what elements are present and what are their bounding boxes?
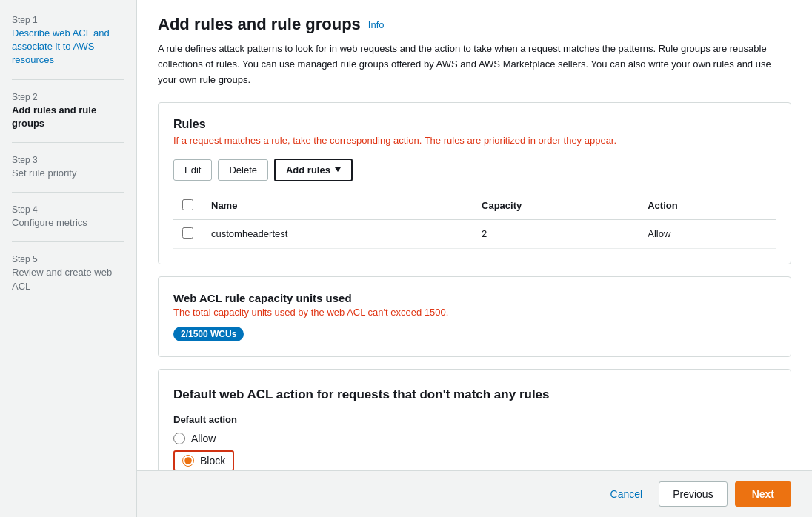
table-header-action: Action: [639, 193, 776, 219]
capacity-title: Web ACL rule capacity units used: [173, 292, 776, 304]
cancel-button[interactable]: Cancel: [602, 484, 652, 504]
capacity-badge: 2/1500 WCUs: [173, 327, 244, 341]
sidebar: Step 1 Describe web ACL and associate it…: [0, 0, 137, 517]
rules-card-subtitle: If a request matches a rule, take the co…: [173, 134, 776, 147]
table-row: customheadertest 2 Allow: [173, 219, 776, 249]
sidebar-step-2: Step 2 Add rules and rule groups: [12, 92, 124, 143]
sidebar-step-title-5: Review and create web ACL: [12, 266, 124, 293]
row-checkbox[interactable]: [182, 227, 193, 239]
sidebar-step-1: Step 1 Describe web ACL and associate it…: [12, 15, 124, 80]
sidebar-step-5: Step 5 Review and create web ACL: [12, 254, 124, 304]
delete-button[interactable]: Delete: [218, 159, 268, 181]
allow-label: Allow: [191, 433, 216, 444]
step5-label: Step 5: [12, 254, 124, 264]
step2-label: Step 2: [12, 92, 124, 102]
table-header-capacity: Capacity: [473, 193, 639, 219]
row-action: Allow: [639, 219, 776, 249]
sidebar-step-title-2: Add rules and rule groups: [12, 104, 124, 130]
select-all-checkbox[interactable]: [182, 199, 193, 210]
table-header-check: [173, 193, 202, 219]
block-radio[interactable]: [182, 455, 194, 467]
rules-table: Name Capacity Action customheadertest 2: [173, 193, 776, 249]
sidebar-step-title-1[interactable]: Describe web ACL and associate it to AWS…: [12, 27, 124, 67]
table-header-name: Name: [202, 193, 473, 219]
row-capacity: 2: [473, 219, 639, 249]
default-action-radio-group: Allow Block: [173, 433, 776, 470]
allow-radio[interactable]: [173, 433, 185, 444]
footer: Cancel Previous Next: [137, 470, 812, 517]
sidebar-step-3: Step 3 Set rule priority: [12, 155, 124, 193]
page-title: Add rules and rule groups: [158, 15, 361, 34]
rules-card: Rules If a request matches a rule, take …: [158, 102, 791, 264]
page-header: Add rules and rule groups Info: [158, 15, 791, 34]
next-button[interactable]: Next: [735, 481, 791, 507]
block-option[interactable]: Block: [173, 450, 776, 470]
sidebar-step-title-3: Set rule priority: [12, 167, 124, 180]
block-label: Block: [200, 455, 225, 467]
default-action-title: Default web ACL action for requests that…: [173, 387, 776, 402]
rules-toolbar: Edit Delete Add rules: [173, 159, 776, 181]
add-rules-label: Add rules: [286, 164, 330, 176]
add-rules-button[interactable]: Add rules: [274, 159, 353, 181]
capacity-desc: The total capacity units used by the web…: [173, 307, 776, 318]
dropdown-arrow-icon: [335, 167, 341, 172]
page-description: A rule defines attack patterns to look f…: [158, 41, 791, 87]
block-radio-wrapper: Block: [173, 450, 234, 470]
default-action-label: Default action: [173, 414, 776, 425]
main-content: Add rules and rule groups Info A rule de…: [137, 0, 812, 470]
row-check-col: [173, 219, 202, 249]
allow-option[interactable]: Allow: [173, 433, 776, 444]
sidebar-step-title-4: Configure metrics: [12, 216, 124, 230]
capacity-card: Web ACL rule capacity units used The tot…: [158, 276, 791, 357]
edit-button[interactable]: Edit: [173, 159, 212, 181]
step4-label: Step 4: [12, 204, 124, 215]
sidebar-step-4: Step 4 Configure metrics: [12, 204, 124, 242]
rules-card-title: Rules: [173, 118, 776, 131]
previous-button[interactable]: Previous: [659, 481, 727, 507]
step3-label: Step 3: [12, 155, 124, 165]
info-link[interactable]: Info: [368, 19, 385, 30]
default-action-card: Default web ACL action for requests that…: [158, 369, 791, 470]
step1-label: Step 1: [12, 15, 124, 25]
row-name: customheadertest: [202, 219, 473, 249]
